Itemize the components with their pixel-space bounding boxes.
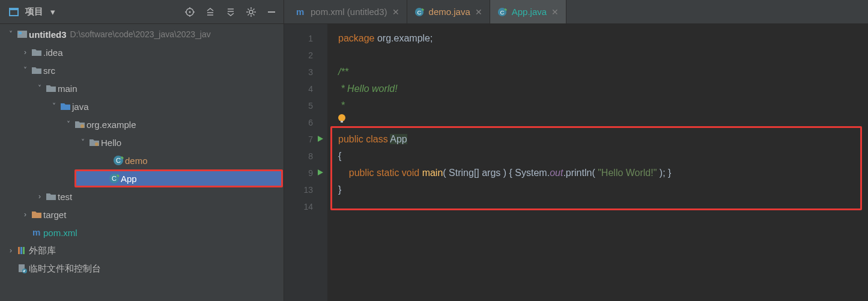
svg-point-3 <box>189 11 191 13</box>
line-number[interactable]: 14 <box>284 198 324 215</box>
tree-node-external-libs[interactable]: › 外部库 <box>0 242 284 260</box>
line-number[interactable]: 7 <box>284 131 324 148</box>
svg-text:m: m <box>296 7 304 17</box>
collapse-all-button[interactable] <box>222 4 239 20</box>
tab-demo[interactable]: C demo.java ✕ <box>407 0 490 23</box>
line-number[interactable]: 8 <box>284 148 324 165</box>
chevron-right-icon[interactable]: › <box>20 210 30 219</box>
project-toolbar: 项目 ▾ <box>0 0 284 24</box>
scratch-icon <box>16 263 29 274</box>
tree-label: target <box>43 210 66 220</box>
tree-root-path: D:\software\code\2023_java\2023_jav <box>70 29 211 39</box>
tree-node-scratches[interactable]: › 临时文件和控制台 <box>0 260 284 278</box>
hide-panel-button[interactable] <box>263 4 280 20</box>
tab-app[interactable]: C App.java ✕ <box>490 0 566 23</box>
package-icon <box>73 120 86 129</box>
tree-label: org.example <box>86 120 136 130</box>
project-panel: 项目 ▾ ˅ untitled3 D:\software\code\2023_j… <box>0 0 284 301</box>
svg-point-25 <box>95 142 99 146</box>
module-icon <box>16 29 29 39</box>
maven-icon: m <box>295 7 306 17</box>
tree-node-package[interactable]: ˅ org.example <box>0 115 284 133</box>
close-icon[interactable]: ✕ <box>392 7 399 17</box>
tree-node-app[interactable]: › C App <box>74 169 283 187</box>
chevron-right-icon[interactable]: › <box>20 48 30 56</box>
svg-line-19 <box>248 14 249 15</box>
excluded-folder-icon <box>30 210 43 219</box>
expand-all-button[interactable] <box>202 4 219 20</box>
line-number[interactable]: 1 <box>284 30 324 47</box>
tree-node-main[interactable]: ˅ main <box>0 79 284 97</box>
code-content[interactable]: package org.example; /** * Hello world! … <box>327 24 868 301</box>
tree-label: 外部库 <box>29 245 56 257</box>
svg-rect-1 <box>10 8 18 10</box>
tree-label: main <box>58 84 77 94</box>
chevron-down-icon[interactable]: ˅ <box>20 66 30 74</box>
chevron-down-icon[interactable]: ˅ <box>6 30 16 38</box>
svg-point-24 <box>80 124 84 128</box>
tree-node-target[interactable]: › target <box>0 205 284 223</box>
project-dropdown[interactable]: ▾ <box>50 7 55 17</box>
project-tree[interactable]: ˅ untitled3 D:\software\code\2023_java\2… <box>0 24 284 301</box>
tree-label: .idea <box>43 47 63 58</box>
gutter[interactable]: 1 2 3 4 5 6 7 8 9 13 14 <box>284 24 327 301</box>
svg-text:C: C <box>500 8 504 15</box>
chevron-down-icon[interactable]: ˅ <box>64 120 73 129</box>
maven-icon: m <box>30 227 43 238</box>
class-icon: C <box>497 7 507 17</box>
close-icon[interactable]: ✕ <box>475 7 482 17</box>
line-number[interactable]: 5 <box>284 97 324 114</box>
editor-tabs: m pom.xml (untitled3) ✕ C demo.java ✕ C … <box>284 0 868 24</box>
class-icon: C <box>414 7 424 17</box>
folder-icon <box>44 84 58 93</box>
chevron-right-icon[interactable]: › <box>6 246 16 255</box>
tree-label: pom.xml <box>43 228 77 238</box>
tree-label: demo <box>125 156 148 166</box>
line-number[interactable]: 13 <box>284 181 324 198</box>
chevron-down-icon[interactable]: ˅ <box>78 138 88 147</box>
folder-icon <box>30 48 43 56</box>
locate-file-button[interactable] <box>181 4 198 20</box>
tree-root[interactable]: ˅ untitled3 D:\software\code\2023_java\2… <box>0 25 284 43</box>
line-number[interactable]: 2 <box>284 47 324 64</box>
tree-label: src <box>43 65 55 76</box>
svg-rect-21 <box>268 11 275 13</box>
svg-text:C: C <box>116 157 121 164</box>
svg-text:C: C <box>112 175 117 182</box>
chevron-right-icon[interactable]: › <box>35 192 44 201</box>
tree-node-hello[interactable]: ˅ Hello <box>0 133 284 151</box>
class-icon: C <box>112 155 125 166</box>
tree-node-demo[interactable]: › C demo <box>0 151 284 169</box>
svg-rect-32 <box>20 247 22 254</box>
folder-icon <box>44 192 58 201</box>
tree-label: java <box>72 102 89 112</box>
tab-label: demo.java <box>429 7 470 17</box>
tree-node-src[interactable]: ˅ src <box>0 61 284 79</box>
svg-line-17 <box>248 8 249 10</box>
line-number[interactable]: 6 <box>284 114 324 131</box>
line-number[interactable]: 3 <box>284 64 324 81</box>
chevron-down-icon[interactable]: ˅ <box>35 84 44 93</box>
class-icon: C <box>108 173 121 184</box>
libraries-icon <box>16 246 29 255</box>
code-editor[interactable]: 1 2 3 4 5 6 7 8 9 13 14 package org.exam… <box>284 24 868 301</box>
svg-rect-31 <box>18 247 20 254</box>
line-number[interactable]: 4 <box>284 81 324 97</box>
tree-node-idea[interactable]: › .idea <box>0 43 284 61</box>
run-icon[interactable] <box>317 131 324 148</box>
settings-button[interactable] <box>243 4 259 20</box>
editor-area: m pom.xml (untitled3) ✕ C demo.java ✕ C … <box>284 0 868 301</box>
tree-node-test[interactable]: › test <box>0 187 284 205</box>
folder-icon <box>30 66 43 74</box>
line-number[interactable]: 9 <box>284 165 324 181</box>
tab-pom[interactable]: m pom.xml (untitled3) ✕ <box>288 0 407 23</box>
chevron-down-icon[interactable]: ˅ <box>49 102 59 111</box>
svg-point-12 <box>249 10 253 14</box>
tree-node-pom[interactable]: › m pom.xml <box>0 223 284 242</box>
tree-root-label: untitled3 <box>29 29 67 40</box>
tree-label: Hello <box>101 138 121 148</box>
svg-rect-33 <box>23 247 25 254</box>
tree-node-java[interactable]: ˅ java <box>0 97 284 115</box>
run-icon[interactable] <box>317 165 324 181</box>
close-icon[interactable]: ✕ <box>551 7 559 17</box>
